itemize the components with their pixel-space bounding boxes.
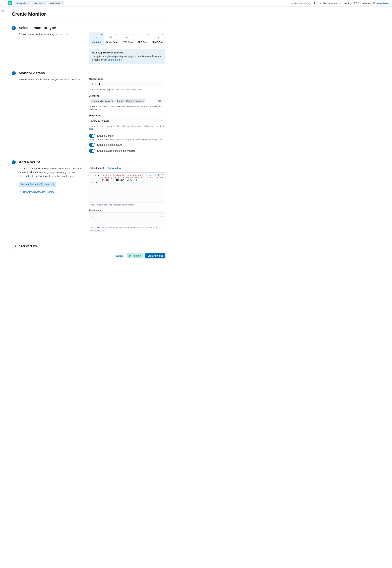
script-editor-help: Runs Synthetic test scripts that are def… <box>89 204 166 207</box>
step2-title: Monitor details <box>19 71 166 75</box>
frequency-select[interactable]: Every 10 minutes <box>89 118 166 124</box>
locations-label: Locations <box>89 95 166 97</box>
monitor-type-http-ping[interactable]: HTTP Ping <box>119 32 135 46</box>
status-alerts-label: Enable status alerts on this monitor <box>97 150 135 152</box>
step-number-3: 3 <box>12 160 16 164</box>
step1-description: Choose a monitor that best fits your use… <box>19 32 82 36</box>
wifi-icon <box>126 36 129 39</box>
svg-point-4 <box>374 3 375 4</box>
play-icon <box>129 255 131 257</box>
clear-all-icon[interactable]: × <box>158 100 161 102</box>
params-code-example: params.value <box>89 229 105 232</box>
svg-point-2 <box>374 2 375 3</box>
svg-point-3 <box>373 3 374 4</box>
svg-rect-0 <box>355 2 357 4</box>
monitor-name-input[interactable] <box>89 81 166 87</box>
step1-title: Select a monitor type <box>19 26 166 30</box>
step3-title: Add a script <box>19 160 166 164</box>
fullscreen-icon <box>161 214 164 217</box>
step2-description: Provide some details about how your moni… <box>19 78 82 82</box>
footer-actions: Cancel Run test Create monitor <box>12 253 166 258</box>
wifi-icon <box>141 36 144 39</box>
chevron-down-icon <box>161 120 163 122</box>
callout-title: Multistep Browser Journey <box>92 51 162 54</box>
chevron-right-icon <box>14 245 17 247</box>
external-link-icon <box>31 175 33 177</box>
svg-rect-7 <box>157 174 158 176</box>
close-icon[interactable]: × <box>142 100 144 102</box>
close-icon[interactable]: × <box>112 100 113 102</box>
script-tabs: Upload script Script editor <box>89 167 166 171</box>
parameters-editor[interactable]: 1 <box>89 212 166 225</box>
parameters-label: Parameters <box>89 209 166 211</box>
enable-monitor-toggle[interactable]: ✓ <box>89 134 95 138</box>
step-number-2: 2 <box>12 71 16 75</box>
explore-data-link[interactable]: Explore data <box>354 2 371 4</box>
breadcrumb: Observability Synthetics Add monitor <box>14 1 64 5</box>
fullscreen-script-button[interactable] <box>161 174 164 177</box>
enable-monitor-label: Enable Monitor <box>97 135 114 137</box>
download-recorder-link[interactable]: Download Synthetics Recorder <box>19 189 56 195</box>
script-editor[interactable]: 1step('Load the System integration page'… <box>89 172 166 203</box>
callout-text: Navigate through multiple steps or pages… <box>92 55 162 61</box>
location-chip-japan[interactable]: Asia/Pacific - Japan× <box>90 99 114 103</box>
alerts-rules-menu[interactable]: Alerts and rules <box>323 2 342 4</box>
monitor-type-icmp-ping[interactable]: ICMP Ping <box>150 32 166 46</box>
cheer-icon <box>313 2 316 4</box>
location-chip-uk[interactable]: Europe - United Kingdom× <box>115 99 145 103</box>
copy-script-button[interactable] <box>156 174 160 177</box>
step-number-1: 1 <box>12 26 16 30</box>
locations-combobox[interactable]: Asia/Pacific - Japan× Europe - United Ki… <box>89 98 166 104</box>
download-icon <box>19 191 22 193</box>
wifi-icon <box>156 36 159 39</box>
newsfeed-button[interactable]: 1 m <box>313 2 321 4</box>
chevron-down-icon[interactable] <box>162 100 164 102</box>
collapse-sidebar-rail[interactable] <box>0 7 5 568</box>
updated-timestamp: Updated a minute ago <box>290 2 311 4</box>
run-test-button[interactable]: Run test <box>127 253 143 258</box>
frequency-label: Frequency <box>89 114 166 117</box>
page-title: Create Monitor <box>12 11 166 17</box>
frequency-help: How often do you want to run this test? … <box>89 125 166 131</box>
monitor-type-single-page[interactable]: Single Page <box>104 32 120 46</box>
tab-upload-script[interactable]: Upload script <box>89 167 104 171</box>
fullscreen-icon <box>161 174 164 176</box>
breadcrumb-observability[interactable]: Observability <box>14 1 31 5</box>
monitor-name-label: Monitor name <box>89 78 166 80</box>
ai-assistant-button[interactable]: AI Assistant <box>373 2 389 4</box>
playwright-link[interactable]: Playwright <box>19 175 33 177</box>
breadcrumb-synthetics[interactable]: Synthetics <box>31 1 47 5</box>
space-badge[interactable]: D <box>8 1 12 5</box>
breadcrumb-add-monitor: Add monitor <box>47 1 64 5</box>
status-alerts-toggle[interactable]: ✓ <box>89 149 95 153</box>
monitor-type-options: Multistep Single Page HTTP Ping <box>89 32 166 46</box>
locations-help: Where do you want to run this test from?… <box>89 105 166 111</box>
menu-icon[interactable] <box>3 2 6 4</box>
popout-icon <box>52 183 54 185</box>
cancel-button[interactable]: Cancel <box>113 253 125 258</box>
launch-recorder-button[interactable]: Launch Synthetics Recorder <box>19 181 56 187</box>
monitor-type-multistep[interactable]: Multistep <box>89 32 104 46</box>
monitor-name-help: Choose a name to help identify this moni… <box>89 88 166 91</box>
ai-sparkle-icon <box>373 2 375 4</box>
monitor-type-tcp-ping[interactable]: TCP Ping <box>135 32 150 46</box>
parameters-help: Use JSON to define parameters that can b… <box>89 226 166 232</box>
advanced-options-label: Advanced options <box>19 245 37 247</box>
tab-script-editor[interactable]: Script editor <box>108 167 122 171</box>
copy-icon <box>157 174 159 176</box>
fullscreen-params-button[interactable] <box>161 214 164 217</box>
create-monitor-button[interactable]: Create monitor <box>145 253 166 258</box>
browser-page-icon <box>110 36 113 39</box>
monitor-type-callout: Multistep Browser Journey Navigate throu… <box>89 49 166 64</box>
top-header: D Observability Synthetics Add monitor U… <box>0 0 392 7</box>
explore-icon <box>354 2 357 4</box>
external-link-icon <box>121 59 123 61</box>
retest-on-failure-toggle[interactable]: ✓ <box>89 143 95 147</box>
advanced-options-accordion[interactable]: Advanced options <box>12 242 166 250</box>
chevron-down-icon <box>339 2 342 4</box>
learn-more-link[interactable]: Learn more <box>108 58 123 61</box>
svg-point-1 <box>373 2 374 3</box>
browser-steps-icon <box>95 36 98 39</box>
retest-on-failure-label: Enable retest on failure <box>97 143 122 146</box>
settings-link[interactable]: Settings <box>344 2 352 4</box>
